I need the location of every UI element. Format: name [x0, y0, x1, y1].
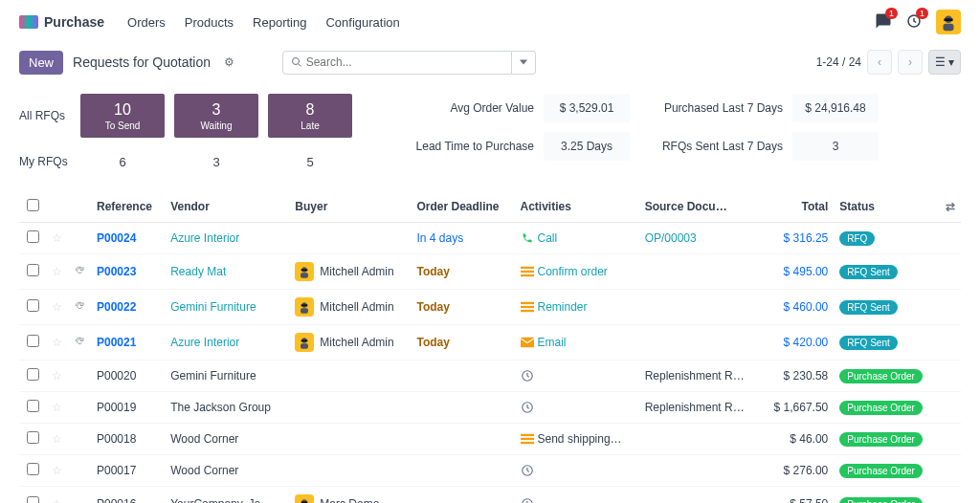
select-all-checkbox[interactable] [27, 199, 39, 211]
vendor-link[interactable]: Gemini Furniture [170, 369, 256, 383]
deadline-value: Today [416, 336, 449, 349]
stat-my-to-send[interactable]: 6 [80, 143, 165, 180]
status-badge: Purchase Order [839, 401, 923, 415]
activity-cell[interactable] [521, 464, 634, 477]
reference-link[interactable]: P00022 [97, 300, 136, 314]
stat-waiting[interactable]: 3 Waiting [174, 94, 258, 138]
vendor-link[interactable]: Gemini Furniture [170, 300, 256, 314]
col-total[interactable]: Total [762, 191, 835, 223]
row-checkbox[interactable] [27, 368, 39, 381]
activity-cell[interactable] [521, 401, 634, 414]
page-next[interactable]: › [898, 50, 923, 75]
activity-cell[interactable]: Email [521, 336, 634, 349]
col-status[interactable]: Status [834, 191, 938, 223]
vendor-link[interactable]: Wood Corner [170, 432, 238, 446]
row-checkbox[interactable] [27, 230, 39, 243]
page-prev[interactable]: ‹ [867, 50, 892, 75]
stat-my-waiting[interactable]: 3 [174, 143, 258, 180]
col-vendor[interactable]: Vendor [165, 191, 289, 223]
activity-cell[interactable]: Reminder [521, 300, 634, 314]
row-checkbox[interactable] [27, 496, 39, 503]
col-options-icon[interactable]: ⇄ [938, 191, 961, 223]
reference-link[interactable]: P00021 [97, 336, 136, 349]
vendor-link[interactable]: Azure Interior [170, 231, 239, 245]
activity-cell[interactable] [521, 369, 634, 383]
row-checkbox[interactable] [27, 335, 39, 347]
table-row[interactable]: ☆P00017Wood Corner$ 276.00Purchase Order [19, 455, 961, 487]
vendor-link[interactable]: Azure Interior [170, 336, 239, 349]
total-value[interactable]: $ 420.00 [784, 336, 829, 349]
stat-to-send[interactable]: 10 To Send [80, 94, 165, 138]
table-row[interactable]: ☆P00016YourCompany, Jo…Marc Demo$ 57.50P… [19, 487, 961, 504]
row-checkbox[interactable] [27, 431, 39, 444]
gear-icon[interactable]: ⚙ [224, 55, 234, 69]
col-buyer[interactable]: Buyer [289, 191, 411, 223]
nav-configuration[interactable]: Configuration [325, 15, 399, 30]
star-icon[interactable]: ☆ [52, 464, 62, 477]
row-checkbox[interactable] [27, 463, 39, 475]
table-row[interactable]: ☆P00020Gemini FurnitureReplenishment R…$… [19, 361, 961, 392]
star-icon[interactable]: ☆ [52, 265, 62, 278]
total-value[interactable]: $ 460.00 [784, 300, 829, 314]
reference-link[interactable]: P00016 [97, 497, 136, 503]
reference-link[interactable]: P00024 [97, 231, 136, 245]
stat-my-late[interactable]: 5 [268, 143, 352, 180]
search-dropdown[interactable] [512, 51, 536, 75]
svg-rect-15 [301, 308, 308, 313]
row-checkbox[interactable] [27, 299, 39, 312]
user-avatar[interactable] [936, 10, 961, 34]
svg-rect-3 [944, 24, 954, 31]
vendor-link[interactable]: YourCompany, Jo… [170, 497, 272, 503]
star-icon[interactable]: ☆ [52, 336, 62, 349]
svg-rect-8 [301, 273, 308, 277]
brand-name[interactable]: Purchase [44, 14, 104, 30]
vendor-link[interactable]: Ready Mat [170, 265, 226, 278]
table-row[interactable]: ☆P00024Azure InteriorIn 4 daysCallOP/000… [19, 223, 961, 254]
reference-link[interactable]: P00023 [97, 265, 136, 278]
activity-cell[interactable]: Send shipping… [521, 432, 634, 446]
activity-cell[interactable] [521, 497, 634, 503]
col-source[interactable]: Source Docu… [639, 191, 762, 223]
vendor-link[interactable]: Wood Corner [170, 464, 238, 477]
reference-link[interactable]: P00018 [97, 432, 136, 446]
activity-icon[interactable]: 1 [905, 12, 923, 33]
chat-icon[interactable]: 1 [875, 12, 892, 33]
col-deadline[interactable]: Order Deadline [411, 191, 514, 223]
reference-link[interactable]: P00020 [97, 369, 136, 383]
star-icon[interactable]: ☆ [52, 497, 62, 503]
col-reference[interactable]: Reference [91, 191, 165, 223]
star-icon[interactable]: ☆ [52, 300, 62, 314]
col-activities[interactable]: Activities [515, 191, 639, 223]
reference-link[interactable]: P00017 [97, 464, 136, 477]
reference-link[interactable]: P00019 [97, 401, 136, 414]
nav-products[interactable]: Products [185, 15, 234, 30]
resend-icon[interactable] [74, 266, 85, 279]
row-checkbox[interactable] [27, 400, 39, 412]
activity-cell[interactable]: Call [521, 231, 634, 245]
total-value[interactable]: $ 316.25 [784, 231, 829, 245]
resend-icon[interactable] [74, 337, 85, 350]
star-icon[interactable]: ☆ [52, 369, 62, 383]
nav-reporting[interactable]: Reporting [253, 15, 306, 30]
table-row[interactable]: ☆P00022Gemini FurnitureMitchell AdminTod… [19, 290, 961, 325]
star-icon[interactable]: ☆ [52, 432, 62, 446]
nav-orders[interactable]: Orders [127, 15, 166, 30]
table-row[interactable]: ☆P00021Azure InteriorMitchell AdminToday… [19, 325, 961, 361]
stat-late[interactable]: 8 Late [268, 94, 352, 138]
vendor-link[interactable]: The Jackson Group [170, 401, 271, 414]
search-box[interactable] [282, 51, 512, 75]
star-icon[interactable]: ☆ [52, 231, 62, 245]
source-doc[interactable]: OP/00003 [645, 231, 697, 245]
total-value[interactable]: $ 495.00 [784, 265, 829, 278]
table-row[interactable]: ☆P00023Ready MatMitchell AdminTodayConfi… [19, 254, 961, 290]
table-row[interactable]: ☆P00018Wood CornerSend shipping…$ 46.00P… [19, 424, 961, 455]
svg-rect-4 [944, 18, 952, 21]
row-checkbox[interactable] [27, 264, 39, 276]
resend-icon[interactable] [74, 301, 85, 315]
view-switcher[interactable]: ☰ ▾ [928, 50, 961, 75]
table-row[interactable]: ☆P00019The Jackson GroupReplenishment R…… [19, 392, 961, 424]
search-input[interactable] [306, 55, 503, 69]
star-icon[interactable]: ☆ [52, 401, 62, 414]
new-button[interactable]: New [19, 51, 63, 75]
activity-cell[interactable]: Confirm order [521, 265, 634, 278]
